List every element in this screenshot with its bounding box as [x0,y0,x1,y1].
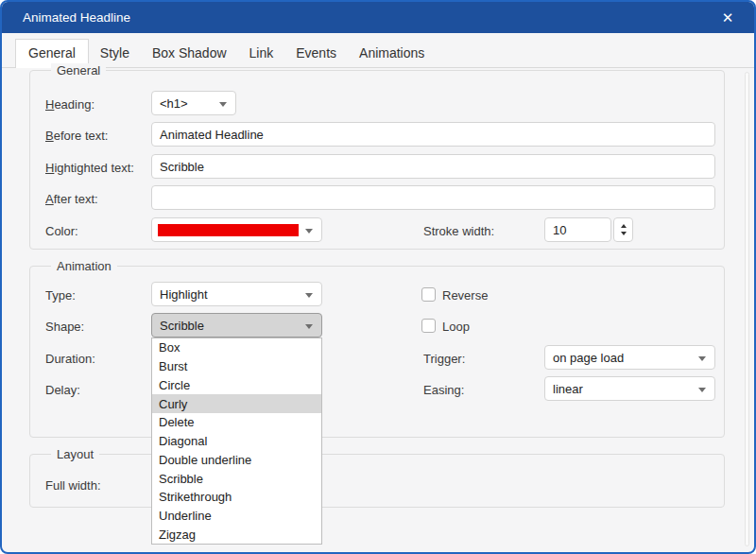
group-layout: Layout [29,454,725,508]
shape-option-zigzag[interactable]: Zigzag [152,525,321,544]
shape-select-value: Scribble [160,319,204,333]
shape-option-diagonal[interactable]: Diagonal [152,432,321,451]
type-select-value: Highlight [160,287,208,302]
trigger-select-value: on page load [553,351,624,365]
shape-option-delete[interactable]: Delete [152,413,321,432]
heading-label: Heading: [45,97,94,112]
chevron-down-icon [305,229,313,234]
stroke-width-input[interactable]: 10 [544,217,611,242]
after-text-input[interactable] [151,185,715,210]
shape-option-circle[interactable]: Circle [152,375,321,394]
type-label: Type: [45,288,76,303]
loop-label: Loop [442,320,470,334]
tab-events[interactable]: Events [284,40,348,67]
color-select[interactable] [151,217,322,242]
before-text-value: Animated Headline [160,128,264,142]
shape-option-underline[interactable]: Underline [152,507,321,526]
highlighted-text-value: Scribble [160,160,204,174]
group-animation-legend: Animation [51,259,117,273]
shape-option-box[interactable]: Box [152,338,321,357]
stroke-width-label: Stroke width: [423,224,494,238]
stroke-width-value: 10 [553,223,566,237]
before-text-label: Before text: [45,129,108,143]
type-select[interactable]: Highlight [151,282,322,306]
reverse-checkbox[interactable] [421,287,436,302]
tab-animations[interactable]: Animations [348,40,436,67]
color-swatch [158,224,299,236]
trigger-select[interactable]: on page load [544,345,715,370]
chevron-down-icon [698,356,706,361]
delay-label: Delay: [45,383,80,397]
chevron-down-icon [305,324,313,329]
scrollbar[interactable] [745,72,749,546]
color-label: Color: [45,224,78,238]
tab-bar: General Style Box Shadow Link Events Ani… [2,33,754,68]
group-general-legend: General [51,63,106,78]
dialog-window: Animated Headline ✕ General Style Box Sh… [0,0,756,554]
easing-select-value: linear [553,382,583,396]
easing-label: Easing: [423,383,464,397]
duration-label: Duration: [45,352,95,366]
shape-option-burst[interactable]: Burst [152,357,321,376]
tab-box-shadow[interactable]: Box Shadow [141,40,238,67]
shape-option-double-underline[interactable]: Double underline [152,450,321,469]
reverse-label: Reverse [442,288,488,303]
shape-label: Shape: [45,320,84,334]
shape-option-strikethrough[interactable]: Strikethrough [152,488,321,507]
loop-checkbox[interactable] [421,319,436,333]
heading-select-value: <h1> [160,96,188,111]
group-layout-legend: Layout [51,447,99,461]
before-text-input[interactable]: Animated Headline [151,122,715,147]
tab-link[interactable]: Link [238,40,285,67]
close-icon[interactable]: ✕ [714,2,741,33]
after-text-label: After text: [45,192,98,206]
highlighted-text-input[interactable]: Scribble [151,154,715,179]
spinner-down-icon[interactable] [621,232,627,235]
easing-select[interactable]: linear [544,376,715,401]
chevron-down-icon [219,102,227,107]
chevron-down-icon [305,293,313,298]
shape-select[interactable]: Scribble [151,313,322,338]
spinner-up-icon[interactable] [621,224,627,228]
highlighted-text-label: Hightighted text: [45,161,134,175]
title-bar: Animated Headline [2,2,754,33]
trigger-label: Trigger: [423,352,465,366]
shape-option-scribble[interactable]: Scribble [152,469,321,488]
chevron-down-icon [698,388,706,392]
full-width-label: Full width: [45,478,101,493]
dialog-title: Animated Headline [23,10,130,25]
heading-select[interactable]: <h1> [151,91,236,115]
shape-dropdown-list: Box Burst Circle Curly Delete Diagonal D… [151,338,322,545]
stroke-width-stepper[interactable] [613,217,633,242]
shape-option-curly[interactable]: Curly [152,394,321,413]
